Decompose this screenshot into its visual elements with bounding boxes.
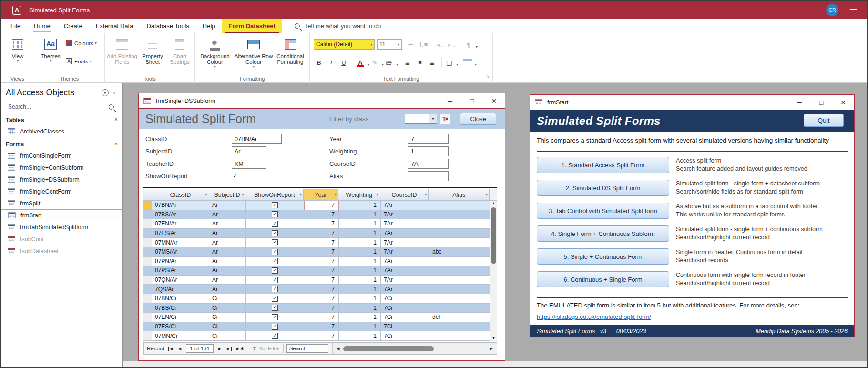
ribbon-tab-help[interactable]: Help — [196, 19, 222, 33]
cell-year[interactable]: 7 — [304, 238, 339, 247]
cell-year[interactable]: 7 — [304, 276, 339, 285]
cell-alias[interactable] — [429, 257, 490, 266]
row-selector[interactable] — [143, 331, 152, 341]
row-selector[interactable] — [143, 304, 152, 313]
align-center-button[interactable]: ≡ — [415, 58, 425, 67]
cell-alias[interactable]: abc — [429, 247, 490, 257]
record-search-input[interactable]: Search — [286, 344, 328, 353]
cell-year[interactable]: 7 — [304, 331, 339, 341]
no-filter-label[interactable]: No Filter — [259, 346, 280, 351]
footer-brand-link[interactable]: Mendip Data Systems 2005 - 2026 — [756, 328, 848, 335]
cell-courseId[interactable]: 7Ar — [381, 257, 429, 266]
previous-record-button[interactable]: ◄ — [175, 346, 184, 351]
column-sort-dropdown-icon[interactable]: ▾ — [242, 193, 244, 197]
window2-minimize-button[interactable]: ─ — [788, 99, 810, 106]
cell-show[interactable]: ✓ — [246, 294, 304, 304]
cell-alias[interactable] — [429, 276, 490, 285]
quit-button[interactable]: Quit — [804, 114, 844, 127]
cell-alias[interactable] — [429, 322, 490, 332]
record-position-box[interactable]: 1 of 131 — [186, 344, 214, 353]
font-size-combo[interactable]: 11▾ — [377, 39, 402, 50]
show-on-report-checkbox[interactable]: ✓ — [272, 333, 278, 339]
cell-weighting[interactable]: 1 — [339, 247, 381, 257]
column-sort-dropdown-icon[interactable]: ▾ — [486, 193, 488, 197]
cell-weighting[interactable]: 1 — [339, 304, 381, 313]
cell-year[interactable]: 7 — [304, 285, 339, 294]
field-input-TeacherID[interactable]: KM — [232, 159, 266, 169]
column-header-Year[interactable]: Year▾ — [304, 189, 338, 201]
cell-courseId[interactable]: 7Ar — [381, 210, 429, 220]
row-selector[interactable] — [143, 219, 152, 229]
cell-year[interactable]: 7 — [304, 257, 339, 266]
scroll-down-icon[interactable]: ▼ — [490, 336, 497, 340]
account-avatar[interactable]: CR — [826, 4, 838, 16]
cell-show[interactable]: ✓ — [246, 331, 304, 341]
show-on-report-checkbox[interactable]: ✓ — [272, 286, 278, 292]
column-header-ShowOnReport[interactable]: ShowOnReport▾ — [245, 189, 304, 201]
cell-show[interactable]: ✓ — [246, 238, 304, 247]
gridlines-button[interactable] — [462, 58, 473, 67]
frmstart-button-5[interactable]: 5. Single + Continuous Form — [537, 248, 669, 265]
next-record-button[interactable]: ► — [215, 346, 224, 351]
cell-weighting[interactable]: 1 — [339, 294, 381, 304]
field-checkbox-ShowOnReport[interactable]: ✓ — [232, 173, 238, 179]
frmstart-button-6[interactable]: 6. Continuous + Single Form — [537, 271, 669, 287]
themes-button[interactable]: Aa Themes▾ — [37, 36, 64, 62]
cell-year[interactable]: 7 — [304, 210, 339, 220]
cell-courseId[interactable]: 7Ar — [381, 285, 429, 294]
cell-subjectId[interactable]: Ci — [209, 304, 246, 313]
window1-close-button[interactable]: ✕ — [483, 97, 505, 105]
cell-classId[interactable]: 07ES/Ar — [152, 229, 209, 238]
font-name-combo[interactable]: Calibri (Detail)▾ — [314, 39, 375, 50]
show-on-report-checkbox[interactable]: ✓ — [272, 211, 278, 217]
column-header-ClassID[interactable]: ClassID▾ — [152, 189, 209, 201]
italic-button[interactable]: I — [326, 58, 337, 67]
field-input-SubjectID[interactable]: Ar — [232, 146, 266, 156]
underline-button[interactable]: U — [338, 58, 349, 67]
cell-year[interactable]: 7 — [304, 247, 339, 257]
background-colour-button[interactable]: Background Colour▾ — [198, 36, 232, 68]
cell-classId[interactable]: 7QS/Ar — [152, 285, 209, 294]
cell-show[interactable]: ✓ — [246, 247, 304, 257]
cell-show[interactable]: ✓ — [246, 201, 304, 210]
cell-subjectId[interactable]: Ar — [209, 285, 246, 294]
scroll-up-icon[interactable]: ▲ — [490, 201, 497, 205]
ribbon-tab-home[interactable]: Home — [27, 19, 57, 33]
row-selector[interactable] — [143, 201, 152, 210]
cell-courseId[interactable]: 7Ci — [381, 331, 429, 341]
colours-button[interactable]: Colours ▾ — [66, 40, 97, 46]
show-on-report-checkbox[interactable]: ✓ — [272, 258, 278, 264]
conditional-formatting-button[interactable]: Conditional Formatting — [273, 36, 307, 65]
first-record-button[interactable]: ◄ — [166, 346, 175, 351]
sidebar-item-fsubDatasheet[interactable]: fsubDatasheet — [1, 245, 122, 257]
clear-filter-button[interactable]: ✕ — [440, 114, 450, 124]
row-selector[interactable] — [143, 285, 152, 294]
cell-show[interactable]: ✓ — [246, 257, 304, 266]
sidebar-item-frmTabSimulatedSplitform[interactable]: frmTabSimulatedSplitform — [1, 221, 122, 233]
field-input-Weighting[interactable]: 1 — [408, 146, 449, 156]
app-minimize-button[interactable]: — — [846, 3, 860, 14]
scroll-right-icon[interactable]: ► — [489, 346, 494, 351]
row-selector[interactable] — [143, 247, 152, 257]
show-on-report-checkbox[interactable]: ✓ — [272, 221, 278, 227]
cell-subjectId[interactable]: Ar — [209, 210, 246, 220]
cell-weighting[interactable]: 1 — [339, 331, 381, 341]
view-button[interactable]: View▾ — [4, 36, 31, 62]
alternative-row-colour-button[interactable]: Alternative Row Colour▾ — [234, 36, 273, 68]
cell-alias[interactable] — [429, 266, 490, 276]
row-selector[interactable] — [143, 322, 152, 332]
cell-courseId[interactable]: 7Ci — [381, 294, 429, 304]
ribbon-tab-database-tools[interactable]: Database Tools — [140, 19, 195, 33]
cell-alias[interactable] — [429, 238, 490, 247]
cell-subjectId[interactable]: Ci — [209, 294, 246, 304]
cell-show[interactable]: ✓ — [246, 219, 304, 229]
cell-subjectId[interactable]: Ar — [209, 229, 246, 238]
cell-show[interactable]: ✓ — [246, 266, 304, 276]
select-all-cell[interactable] — [143, 189, 152, 201]
shutter-bar-collapse-icon[interactable]: ‹ — [113, 89, 115, 96]
field-input-CourseID[interactable]: 7Ar — [408, 159, 449, 169]
close-button[interactable]: Close — [460, 113, 496, 125]
show-on-report-checkbox[interactable]: ✓ — [272, 314, 278, 320]
cell-weighting[interactable]: 1 — [339, 313, 381, 322]
show-on-report-checkbox[interactable]: ✓ — [272, 230, 278, 236]
